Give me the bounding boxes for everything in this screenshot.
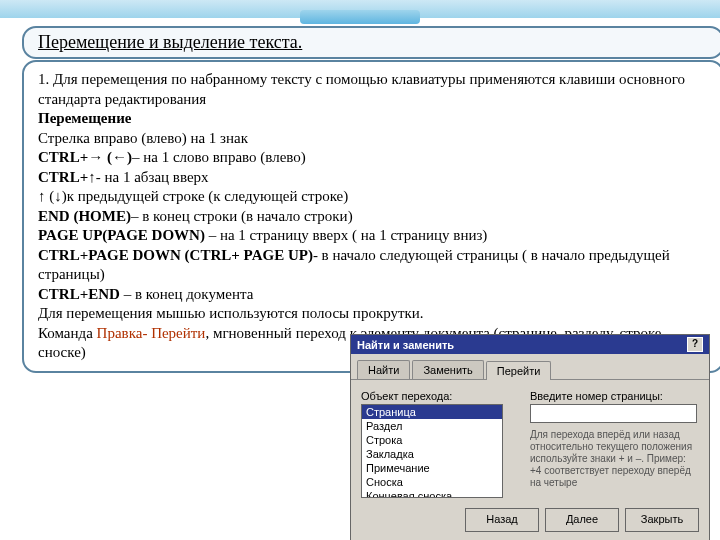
list-item[interactable]: Закладка [362, 447, 502, 461]
mouse-scroll: Для перемещения мышью используются полос… [38, 304, 708, 324]
page-number-label: Введите номер страницы: [530, 390, 699, 402]
line-ctrlpage: CTRL+PAGE DOWN (CTRL+ PAGE UP)- в начало… [38, 246, 708, 285]
dialog-title: Найти и заменить [357, 339, 454, 351]
back-button[interactable]: Назад [465, 508, 539, 532]
dialog-titlebar[interactable]: Найти и заменить ? [351, 335, 709, 354]
list-item[interactable]: Примечание [362, 461, 502, 475]
content-box: 1. Для перемещения по набранному тексту … [22, 60, 720, 373]
page-number-input[interactable] [530, 404, 697, 423]
title-box: Перемещение и выделение текста. [22, 26, 720, 59]
list-item[interactable]: Сноска [362, 475, 502, 489]
close-button[interactable]: Закрыть [625, 508, 699, 532]
close-icon[interactable]: ? [687, 337, 703, 352]
list-item[interactable]: Строка [362, 433, 502, 447]
line-arrow: Стрелка вправо (влево) на 1 знак [38, 129, 708, 149]
line-end-home: END (HOME)– в конец строки (в начало стр… [38, 207, 708, 227]
list-item[interactable]: Раздел [362, 419, 502, 433]
list-item[interactable]: Концевая сноска [362, 489, 502, 498]
goto-object-label: Объект перехода: [361, 390, 530, 402]
intro-paragraph: 1. Для перемещения по набранному тексту … [38, 70, 708, 109]
tab-find[interactable]: Найти [357, 360, 410, 379]
find-replace-dialog: Найти и заменить ? Найти Заменить Перейт… [350, 334, 710, 540]
tab-replace[interactable]: Заменить [412, 360, 483, 379]
line-pageup: PAGE UP(PAGE DOWN) – на 1 страницу вверх… [38, 226, 708, 246]
goto-object-list[interactable]: Страница Раздел Строка Закладка Примечан… [361, 404, 503, 498]
line-ctrlend: CTRL+END – в конец документа [38, 285, 708, 305]
next-button[interactable]: Далее [545, 508, 619, 532]
tab-goto[interactable]: Перейти [486, 361, 552, 380]
list-item[interactable]: Страница [362, 405, 502, 419]
heading-move: Перемещение [38, 109, 708, 129]
dialog-tabs: Найти Заменить Перейти [351, 354, 709, 380]
hint-text: Для перехода вперёд или назад относитель… [530, 429, 699, 489]
line-updown: ↑ (↓)к предыдущей строке (к следующей ст… [38, 187, 708, 207]
page-title: Перемещение и выделение текста. [38, 32, 302, 52]
menu-path: Правка- Перейти [97, 325, 206, 341]
line-ctrl-up: CTRL+↑- на 1 абзац вверх [38, 168, 708, 188]
line-ctrl-arrow: CTRL+→ (←)– на 1 слово вправо (влево) [38, 148, 708, 168]
